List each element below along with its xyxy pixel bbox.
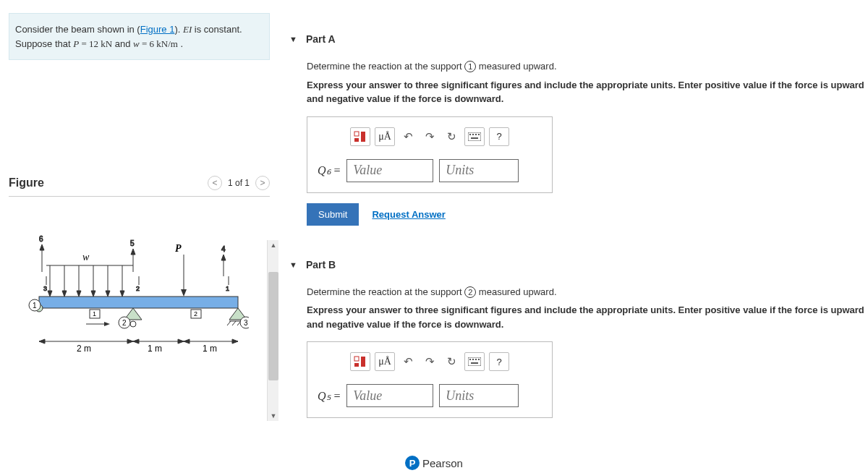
redo-icon[interactable]: ↷ bbox=[421, 128, 438, 145]
micro-angstrom-button[interactable]: μÅ bbox=[375, 352, 395, 371]
svg-rect-71 bbox=[472, 134, 474, 135]
redo-icon[interactable]: ↷ bbox=[421, 353, 438, 370]
svg-text:4: 4 bbox=[221, 245, 226, 253]
svg-marker-11 bbox=[106, 291, 110, 297]
svg-text:w: w bbox=[82, 252, 90, 263]
svg-rect-77 bbox=[354, 363, 359, 367]
svg-rect-79 bbox=[469, 359, 471, 360]
keyboard-icon[interactable] bbox=[464, 127, 485, 146]
beam-figure: w P 1 2 3 1 2 6 5 4 3 bbox=[17, 233, 249, 363]
svg-marker-38 bbox=[40, 244, 44, 250]
svg-marker-53 bbox=[39, 339, 45, 344]
scroll-up-icon[interactable]: ▲ bbox=[268, 240, 279, 250]
svg-text:3: 3 bbox=[43, 285, 47, 292]
caret-down-icon: ▼ bbox=[289, 260, 297, 269]
svg-rect-66 bbox=[354, 132, 359, 136]
svg-rect-80 bbox=[472, 359, 474, 360]
templates-icon[interactable] bbox=[350, 127, 370, 146]
help-button[interactable]: ? bbox=[489, 127, 509, 146]
part-a-instructions: Express your answer to three significant… bbox=[307, 78, 868, 106]
svg-marker-13 bbox=[120, 291, 124, 297]
svg-rect-69 bbox=[468, 132, 481, 141]
part-a-value-input[interactable] bbox=[346, 159, 433, 182]
part-b-answer-box: μÅ ↶ ↷ ↻ ? Q₅ = bbox=[307, 341, 553, 418]
figure-scrollbar[interactable]: ▲ ▼ bbox=[267, 240, 278, 421]
svg-marker-59 bbox=[184, 339, 190, 344]
part-a: ▼ Part A Determine the reaction at the s… bbox=[289, 29, 868, 226]
undo-icon[interactable]: ↶ bbox=[399, 353, 417, 370]
figure-title: Figure bbox=[9, 176, 44, 189]
svg-rect-75 bbox=[354, 357, 359, 361]
part-a-answer-box: μÅ ↶ ↷ ↻ ? Q₆ = bbox=[307, 116, 553, 193]
svg-rect-83 bbox=[471, 362, 478, 364]
svg-rect-81 bbox=[475, 359, 477, 360]
svg-text:6: 6 bbox=[39, 235, 43, 243]
keyboard-icon[interactable] bbox=[464, 352, 485, 371]
svg-text:1 m: 1 m bbox=[148, 344, 162, 354]
pearson-logo-icon: P bbox=[405, 456, 420, 470]
svg-point-20 bbox=[130, 321, 136, 327]
undo-icon[interactable]: ↶ bbox=[399, 128, 417, 145]
part-a-request-answer-link[interactable]: Request Answer bbox=[372, 209, 445, 220]
part-a-description: Determine the reaction at the support 1 … bbox=[307, 59, 868, 74]
svg-marker-41 bbox=[131, 249, 135, 255]
footer-brand: P Pearson bbox=[405, 456, 463, 470]
figure-prev-button[interactable]: < bbox=[208, 176, 222, 190]
svg-rect-70 bbox=[469, 134, 471, 135]
svg-rect-76 bbox=[361, 357, 365, 367]
svg-marker-9 bbox=[91, 291, 95, 297]
scroll-thumb[interactable] bbox=[268, 272, 278, 380]
caret-down-icon: ▼ bbox=[289, 35, 297, 43]
svg-marker-60 bbox=[232, 339, 238, 344]
part-a-units-input[interactable] bbox=[439, 159, 519, 182]
svg-marker-44 bbox=[221, 255, 226, 260]
svg-text:1: 1 bbox=[226, 285, 229, 292]
svg-marker-56 bbox=[133, 339, 139, 344]
templates-icon[interactable] bbox=[350, 352, 370, 371]
reset-icon[interactable]: ↻ bbox=[443, 353, 460, 370]
part-b-value-input[interactable] bbox=[346, 384, 433, 407]
scroll-down-icon[interactable]: ▼ bbox=[268, 411, 279, 421]
help-button[interactable]: ? bbox=[489, 352, 509, 371]
micro-angstrom-button[interactable]: μÅ bbox=[375, 127, 395, 146]
part-b-units-input[interactable] bbox=[439, 384, 519, 407]
divider bbox=[9, 196, 270, 197]
svg-text:3: 3 bbox=[244, 319, 248, 327]
svg-line-23 bbox=[227, 321, 231, 325]
svg-rect-68 bbox=[354, 138, 359, 142]
svg-rect-74 bbox=[471, 137, 478, 139]
part-b-variable: Q₅ = bbox=[318, 389, 341, 403]
part-b: ▼ Part B Determine the reaction at the s… bbox=[289, 255, 868, 419]
part-a-header[interactable]: ▼ Part A bbox=[289, 29, 868, 49]
part-b-header[interactable]: ▼ Part B bbox=[289, 255, 868, 275]
svg-text:2: 2 bbox=[136, 285, 140, 292]
svg-marker-7 bbox=[77, 291, 81, 297]
svg-rect-67 bbox=[361, 132, 365, 142]
part-a-submit-button[interactable]: Submit bbox=[307, 203, 359, 226]
svg-text:2 m: 2 m bbox=[77, 344, 91, 354]
svg-text:2: 2 bbox=[122, 319, 127, 327]
svg-rect-72 bbox=[475, 134, 477, 135]
svg-rect-0 bbox=[39, 297, 238, 308]
part-a-toolbar: μÅ ↶ ↷ ↻ ? bbox=[318, 127, 542, 146]
reset-icon[interactable]: ↻ bbox=[443, 128, 460, 145]
part-b-description: Determine the reaction at the support 2 … bbox=[307, 285, 868, 299]
problem-statement: Consider the beam shown in (Figure 1). E… bbox=[9, 13, 270, 60]
svg-rect-78 bbox=[468, 357, 481, 366]
svg-text:1 m: 1 m bbox=[203, 344, 217, 354]
figure-link[interactable]: Figure 1 bbox=[140, 24, 175, 35]
svg-line-24 bbox=[232, 321, 236, 325]
svg-text:2: 2 bbox=[194, 310, 197, 318]
ei-symbol: EI bbox=[183, 24, 192, 35]
figure-next-button[interactable]: > bbox=[255, 176, 270, 190]
svg-rect-82 bbox=[478, 359, 480, 360]
svg-marker-16 bbox=[181, 289, 187, 297]
part-b-toolbar: μÅ ↶ ↷ ↻ ? bbox=[318, 352, 542, 371]
part-a-variable: Q₆ = bbox=[318, 163, 341, 177]
part-b-instructions: Express your answer to three significant… bbox=[307, 303, 868, 331]
svg-marker-65 bbox=[104, 322, 110, 326]
svg-text:P: P bbox=[175, 243, 182, 254]
svg-text:5: 5 bbox=[130, 239, 135, 247]
svg-marker-5 bbox=[62, 291, 67, 297]
svg-text:1: 1 bbox=[93, 310, 96, 318]
